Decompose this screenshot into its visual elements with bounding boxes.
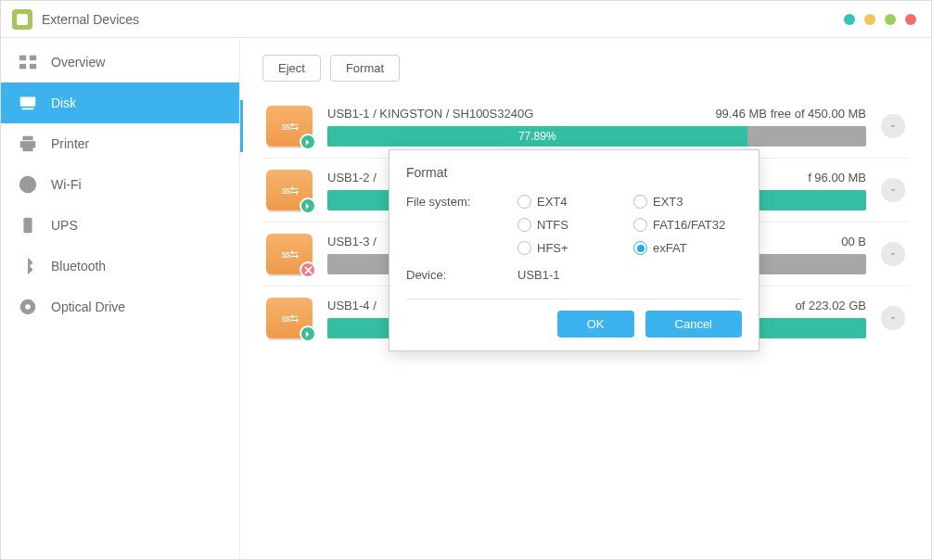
sidebar-item-label: UPS	[51, 218, 78, 233]
device-free: 99.46 MB free of 450.00 MB	[715, 107, 866, 121]
device-row[interactable]: USB1-1 / KINGSTON / SH100S3240G99.46 MB …	[262, 95, 909, 158]
window-dot-green[interactable]	[885, 14, 896, 25]
drive-status-badge	[300, 197, 316, 214]
sidebar-item-label: Optical Drive	[51, 299, 125, 314]
traffic-lights	[844, 14, 916, 25]
expand-button[interactable]	[881, 242, 905, 266]
window-dot-teal[interactable]	[844, 14, 855, 25]
app-icon	[12, 9, 32, 30]
drive-icon	[266, 170, 313, 210]
device-free: f 96.00 MB	[808, 171, 866, 185]
eject-button[interactable]: Eject	[262, 55, 321, 82]
expand-button[interactable]	[881, 114, 905, 138]
radio-icon	[633, 241, 647, 255]
optical-drive-icon	[18, 297, 38, 317]
device-name: USB1-1 / KINGSTON / SH100S3240G	[327, 107, 533, 121]
filesystem-option-ntfs[interactable]: NTFS	[517, 218, 626, 232]
sidebar-item-ups[interactable]: UPS	[1, 205, 239, 246]
radio-icon	[517, 195, 531, 209]
drive-icon	[266, 298, 313, 338]
device-name: USB1-3 /	[327, 235, 377, 248]
filesystem-option-hfs[interactable]: HFS+	[517, 241, 626, 255]
radio-icon	[633, 218, 647, 232]
sidebar-item-label: Printer	[51, 136, 89, 151]
sidebar-item-label: Disk	[51, 95, 76, 110]
filesystem-label: FAT16/FAT32	[653, 218, 725, 232]
sidebar-item-label: Bluetooth	[51, 259, 106, 274]
device-free: 00 B	[841, 235, 866, 248]
svg-point-7	[25, 304, 31, 310]
usage-fill: 77.89%	[327, 126, 747, 146]
filesystem-option-fat[interactable]: FAT16/FAT32	[633, 218, 742, 232]
sidebar-item-overview[interactable]: Overview	[1, 42, 239, 83]
printer-icon	[18, 134, 38, 154]
sidebar-item-bluetooth[interactable]: Bluetooth	[1, 246, 239, 286]
sidebar-item-optical-drive[interactable]: Optical Drive	[1, 286, 239, 327]
drive-icon	[266, 106, 313, 146]
radio-icon	[517, 241, 531, 255]
radio-icon	[517, 218, 531, 232]
ups-icon	[18, 215, 38, 235]
dialog-title: Format	[406, 165, 742, 180]
svg-rect-0	[19, 56, 26, 60]
filesystem-option-ext3[interactable]: EXT3	[633, 195, 742, 209]
window-dot-yellow[interactable]	[864, 14, 875, 25]
svg-point-4	[19, 176, 36, 193]
bluetooth-icon	[18, 256, 38, 276]
svg-rect-1	[30, 56, 36, 60]
toolbar: Eject Format	[262, 55, 909, 82]
radio-icon	[633, 195, 647, 209]
sidebar: Overview Disk Printer Wi-Fi UPS Bluetoot…	[1, 38, 240, 559]
filesystem-label: EXT4	[537, 195, 568, 209]
sidebar-item-disk[interactable]: Disk	[1, 83, 239, 123]
cancel-button[interactable]: Cancel	[645, 311, 742, 337]
drive-status-badge	[300, 325, 316, 342]
usage-bar: 77.89%	[327, 126, 866, 146]
filesystem-option-ext4[interactable]: EXT4	[517, 195, 626, 209]
disk-icon	[18, 93, 38, 113]
sidebar-item-wifi[interactable]: Wi-Fi	[1, 164, 239, 205]
device-value: USB1-1	[517, 268, 560, 282]
svg-rect-3	[30, 64, 36, 70]
drive-status-badge	[300, 261, 316, 278]
filesystem-label: HFS+	[537, 241, 568, 255]
window-dot-red[interactable]	[905, 14, 916, 25]
device-name: USB1-2 /	[327, 171, 377, 185]
format-button[interactable]: Format	[330, 55, 400, 82]
device-label: Device:	[406, 268, 517, 282]
titlebar: External Devices	[1, 1, 931, 38]
expand-button[interactable]	[881, 306, 905, 330]
sidebar-item-printer[interactable]: Printer	[1, 123, 239, 164]
drive-status-badge	[300, 134, 316, 150]
device-free: of 223.02 GB	[795, 299, 866, 312]
ok-button[interactable]: OK	[557, 311, 634, 337]
drive-icon	[266, 234, 313, 274]
overview-icon	[18, 52, 38, 72]
filesystem-option-exfat[interactable]: exFAT	[633, 241, 742, 255]
sidebar-item-label: Wi-Fi	[51, 177, 82, 192]
sidebar-item-label: Overview	[51, 55, 105, 70]
format-dialog: Format File system: EXT4EXT3NTFSFAT16/FA…	[389, 149, 760, 351]
expand-button[interactable]	[881, 178, 905, 202]
filesystem-label: exFAT	[653, 241, 687, 255]
filesystem-label: EXT3	[653, 195, 683, 209]
filesystem-label: NTFS	[537, 218, 568, 232]
wifi-icon	[18, 174, 38, 195]
svg-rect-2	[19, 64, 26, 70]
file-system-label: File system:	[406, 195, 517, 255]
device-name: USB1-4 /	[327, 299, 377, 312]
svg-rect-5	[23, 218, 32, 234]
window-title: External Devices	[42, 12, 139, 27]
